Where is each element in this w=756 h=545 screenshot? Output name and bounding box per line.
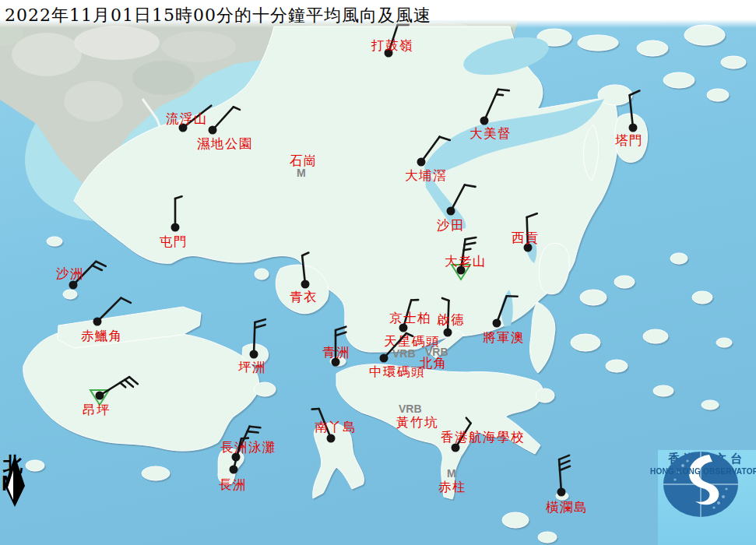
station-dot [327,434,336,443]
station-label: 赤柱 [438,480,466,494]
station-label: 流浮山 [166,111,208,126]
station-label: 西貢 [512,230,540,245]
wind-barb-tick [465,185,476,186]
station-label: 香港航海學校 [441,430,525,445]
wind-barb-tick [175,196,182,199]
wind-barb-tick [234,107,240,110]
station-dot [250,350,258,359]
station-dot [444,329,452,337]
hko-logo-english: HONG KONG OBSERVATORY [650,466,756,476]
wind-barb-tick [312,409,319,410]
wind-barb-tick [498,90,509,90]
wind-barb-tick [255,319,265,322]
wind-barb-tick [96,262,106,266]
wind-barb-tick [302,253,308,256]
station-label: 沙洲 [56,266,84,281]
wind-barb-shaft [497,296,507,323]
station-label: 昂坪 [83,403,111,417]
wind-barb-shaft [421,137,440,162]
station-label: 坪洲 [238,360,266,374]
station-status: M [297,167,306,179]
wind-barb-tick [496,94,503,95]
wind-barb-tick [336,332,346,336]
station-status: VRB [399,403,422,415]
station-label: 塔門 [615,133,643,148]
station-layer: 流浮山濕地公園打鼓嶺大美督塔門M石崗大埔滘沙田屯門西貢大老山沙洲青衣赤鱲角坪洲青… [0,0,756,545]
station-status: M [447,467,456,480]
wind-barb-tick [241,438,248,439]
station-dot [447,207,455,216]
north-arrow-icon [2,455,28,508]
station-label: 大美督 [469,126,512,141]
station-label: 沙田 [437,218,465,233]
compass-north: 北 N [2,455,30,493]
station-label: 南丫島 [315,420,357,434]
station-label: 大埔滘 [405,168,447,183]
station-label: 赤鱲角 [81,329,123,343]
station-dot [230,466,238,474]
wind-barb-tick [249,427,260,427]
station-dot [209,126,217,135]
hko-logo-icon [658,450,744,519]
station-label: 啟德 [437,312,465,327]
wind-barb-tick [120,383,125,388]
wind-barb-tick [559,455,569,459]
station-dot [480,117,489,125]
wind-barb-tick [527,213,537,217]
station-dot [171,223,180,232]
wind-barb-shaft [451,185,465,211]
wind-barb-tick [336,327,346,330]
wind-barb-tick [248,431,258,432]
wind-barb-tick [560,461,570,465]
hko-logo: 香港天文台 HONG KONG OBSERVATORY [658,450,756,545]
wind-barb-tick [92,265,102,270]
wind-barb-shaft [630,95,633,128]
weather-map-page: 流浮山濕地公園打鼓嶺大美督塔門M石崗大埔滘沙田屯門西貢大老山沙洲青衣赤鱲角坪洲青… [0,0,756,545]
station-label: 將軍澳 [483,330,525,345]
station-label: 石崗 [290,153,318,168]
wind-barb-tick [255,325,265,328]
station-label: 大老山 [445,254,487,269]
wind-barb-tick [440,137,450,140]
station-dot [493,319,501,328]
station-label: 青洲 [322,345,350,360]
wind-barb-tick [125,380,133,387]
station-dot [96,392,104,400]
station-dot [69,281,78,290]
wind-barb-tick [466,418,471,424]
station-label: 中環碼頭 [369,364,425,379]
wind-barb-shaft [97,298,121,322]
wind-barb-shaft [213,107,234,130]
map-title: 2022年11月01日15時00分的十分鐘平均風向及風速 [5,4,431,27]
station-status: VRB [392,347,416,360]
station-label: 京士柏 [389,311,431,325]
station-label: 橫瀾島 [546,500,588,515]
station-dot [452,444,460,452]
station-dot [380,354,389,363]
wind-barb-tick [560,466,570,470]
station-label: 屯門 [160,234,188,249]
wind-barb-tick [129,377,138,384]
station-label: 青衣 [290,290,318,304]
station-dot [557,488,566,497]
wind-barb-tick [466,237,476,239]
station-dot [629,124,638,132]
station-dot [93,318,102,326]
station-label: 長洲泳灘 [220,440,276,455]
station-dot [301,280,310,289]
wind-barb-tick [442,298,448,301]
wind-barb-tick [465,243,476,244]
wind-barb-tick [121,298,130,303]
station-label: 濕地公園 [197,136,253,151]
station-dot [417,158,426,167]
wind-barb-shaft [302,255,305,284]
station-label: 長洲 [219,477,247,492]
station-label: 打鼓嶺 [371,38,413,53]
wind-barb-tick [630,91,640,96]
wind-barb-tick [464,249,471,251]
station-label: 黃竹坑 [396,415,438,430]
